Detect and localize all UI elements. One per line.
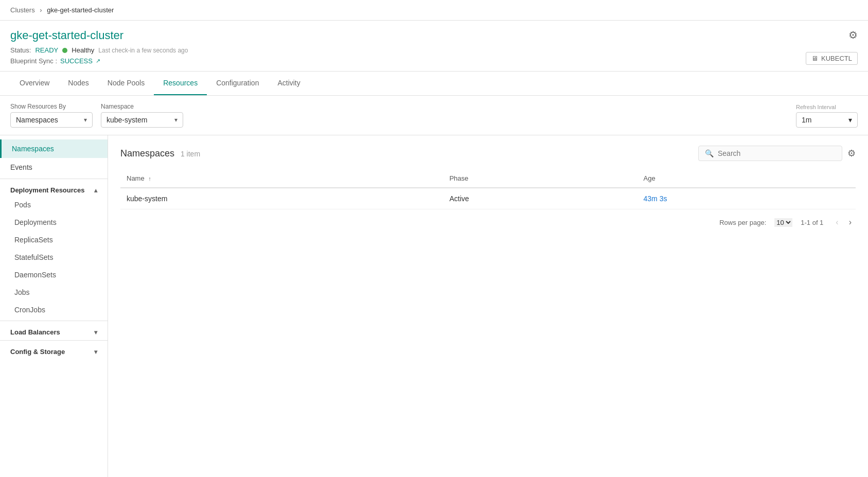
show-resources-group: Show Resources By Namespaces ▾ — [10, 103, 93, 128]
status-row: Status: READY Healthy Last check-in a fe… — [10, 46, 858, 54]
sidebar-item-pods[interactable]: Pods — [0, 196, 108, 214]
sidebar-section-config-storage[interactable]: Config & Storage ▾ — [0, 343, 108, 358]
show-resources-chevron-icon: ▾ — [84, 116, 87, 123]
panel-count: 1 item — [181, 150, 200, 158]
namespaces-table: Name ↑ Phase Age kube-system — [120, 169, 856, 209]
col-age-label: Age — [644, 174, 656, 182]
pagination-prev-button[interactable]: ‹ — [831, 216, 842, 229]
daemonsets-label: DaemonSets — [14, 271, 56, 279]
sidebar-divider-2 — [0, 321, 108, 321]
tab-resources[interactable]: Resources — [154, 72, 207, 95]
cell-name: kube-system — [120, 188, 443, 209]
blueprint-row: Blueprint Sync : SUCCESS ↗ — [10, 57, 858, 65]
blueprint-label: Blueprint Sync : — [10, 57, 57, 65]
sidebar-item-replicasets[interactable]: ReplicaSets — [0, 231, 108, 249]
namespace-name: kube-system — [127, 195, 167, 203]
config-storage-label: Config & Storage — [10, 348, 65, 356]
tab-node-pools[interactable]: Node Pools — [98, 72, 154, 95]
sidebar-item-events[interactable]: Events — [0, 158, 108, 176]
col-name-label: Name — [127, 174, 145, 182]
pagination: Rows per page: 10 25 50 1-1 of 1 ‹ › — [120, 209, 856, 235]
col-phase-label: Phase — [449, 174, 468, 182]
load-balancers-label: Load Balancers — [10, 328, 60, 336]
tabs: Overview Nodes Node Pools Resources Conf… — [0, 72, 868, 96]
sidebar-item-statefulsets[interactable]: StatefulSets — [0, 249, 108, 266]
namespace-age-link[interactable]: 43m 3s — [644, 195, 667, 203]
panel-title-group: Namespaces 1 item — [120, 148, 200, 159]
cronjobs-label: CronJobs — [14, 306, 45, 314]
settings-icon[interactable]: ⚙ — [848, 29, 858, 41]
deployments-label: Deployments — [14, 218, 57, 226]
col-name: Name ↑ — [120, 169, 443, 188]
kubectl-button[interactable]: 🖥 KUBECTL — [806, 52, 858, 65]
namespace-label: Namespace — [101, 103, 183, 110]
breadcrumb-parent[interactable]: Clusters — [10, 6, 35, 14]
namespace-value: kube-system — [107, 116, 147, 124]
panel-title: Namespaces — [120, 148, 174, 158]
show-resources-value: Namespaces — [16, 116, 58, 124]
show-resources-select[interactable]: Namespaces ▾ — [10, 112, 93, 128]
pods-label: Pods — [14, 201, 31, 209]
table-row: kube-system Active 43m 3s — [120, 188, 856, 209]
health-dot-icon — [62, 48, 67, 53]
filter-bar: Show Resources By Namespaces ▾ Namespace… — [0, 96, 868, 135]
sidebar-events-label: Events — [10, 163, 32, 171]
breadcrumb-current: gke-get-started-cluster — [47, 6, 114, 14]
refresh-value: 1m — [802, 116, 811, 124]
status-value: READY — [35, 46, 58, 54]
namespace-select[interactable]: kube-system ▾ — [101, 112, 183, 128]
refresh-select[interactable]: 1m ▾ — [796, 112, 858, 128]
sidebar-section-deployment-resources[interactable]: Deployment Resources ▴ — [0, 181, 108, 196]
sort-icon[interactable]: ↑ — [148, 175, 151, 182]
tab-configuration[interactable]: Configuration — [207, 72, 268, 95]
search-box[interactable]: 🔍 — [698, 146, 842, 161]
sidebar-item-cronjobs[interactable]: CronJobs — [0, 301, 108, 319]
tab-activity[interactable]: Activity — [268, 72, 309, 95]
blueprint-value[interactable]: SUCCESS — [60, 57, 93, 65]
statefulsets-label: StatefulSets — [14, 253, 54, 261]
load-balancers-chevron-icon: ▾ — [94, 329, 97, 336]
search-icon: 🔍 — [705, 149, 714, 157]
sidebar-item-namespaces[interactable]: Namespaces — [0, 139, 108, 158]
sidebar-item-daemonsets[interactable]: DaemonSets — [0, 266, 108, 284]
sidebar-namespaces-label: Namespaces — [12, 145, 54, 153]
sidebar-item-jobs[interactable]: Jobs — [0, 284, 108, 301]
header: gke-get-started-cluster Status: READY He… — [0, 21, 868, 72]
content-area: Namespaces Events Deployment Resources ▴… — [0, 135, 868, 477]
pagination-nav: ‹ › — [831, 216, 856, 229]
tab-nodes[interactable]: Nodes — [59, 72, 98, 95]
sidebar-divider-1 — [0, 179, 108, 179]
breadcrumb-separator: › — [40, 6, 42, 14]
namespace-phase: Active — [449, 195, 469, 203]
rows-per-page-select[interactable]: 10 25 50 — [774, 218, 792, 227]
rows-per-page-label: Rows per page: — [719, 219, 766, 226]
pagination-range: 1-1 of 1 — [801, 219, 823, 226]
sidebar-item-deployments[interactable]: Deployments — [0, 214, 108, 231]
table-settings-icon[interactable]: ⚙ — [847, 148, 856, 159]
table-header: Name ↑ Phase Age — [120, 169, 856, 188]
replicasets-label: ReplicaSets — [14, 236, 53, 244]
pagination-next-button[interactable]: › — [845, 216, 856, 229]
col-age: Age — [637, 169, 856, 188]
config-storage-chevron-icon: ▾ — [94, 348, 97, 356]
refresh-label: Refresh Interval — [796, 104, 858, 110]
refresh-chevron-icon: ▾ — [848, 116, 852, 124]
search-input[interactable] — [718, 149, 836, 157]
show-resources-label: Show Resources By — [10, 103, 93, 110]
cell-age: 43m 3s — [637, 188, 856, 209]
health-text: Healthy — [72, 46, 94, 54]
kubectl-icon: 🖥 — [811, 55, 818, 62]
breadcrumb: Clusters › gke-get-started-cluster — [0, 0, 868, 21]
panel-actions: 🔍 ⚙ — [698, 146, 856, 161]
main-panel: Namespaces 1 item 🔍 ⚙ Name ↑ — [108, 135, 868, 477]
jobs-label: Jobs — [14, 288, 30, 296]
tab-overview[interactable]: Overview — [10, 72, 59, 95]
status-label: Status: — [10, 46, 31, 54]
kubectl-label: KUBECTL — [821, 55, 852, 62]
last-checkin: Last check-in a few seconds ago — [98, 47, 188, 54]
sidebar-section-load-balancers[interactable]: Load Balancers ▾ — [0, 323, 108, 338]
namespace-group: Namespace kube-system ▾ — [101, 103, 183, 128]
refresh-group: Refresh Interval 1m ▾ — [796, 104, 858, 128]
external-link-icon[interactable]: ↗ — [96, 58, 100, 64]
cluster-title: gke-get-started-cluster — [10, 29, 858, 42]
